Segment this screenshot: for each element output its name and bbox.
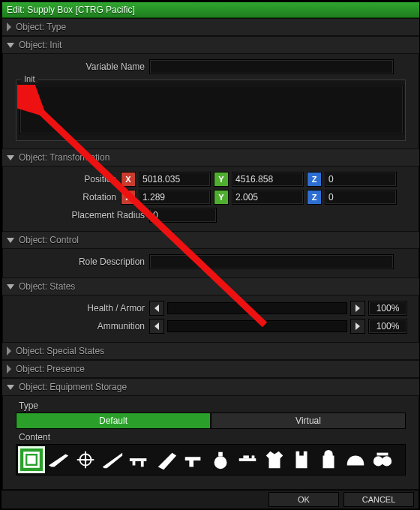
position-z-input[interactable] bbox=[325, 172, 397, 187]
scope-icon bbox=[74, 448, 97, 471]
section-header-states[interactable]: Object: States bbox=[2, 278, 419, 296]
rotation-z-input[interactable] bbox=[325, 190, 397, 205]
svg-rect-8 bbox=[130, 458, 147, 461]
section-equipment: Type Default Virtual Content bbox=[2, 396, 419, 482]
equipment-type-tabs: Default Virtual bbox=[16, 412, 406, 429]
equip-category-uniform[interactable] bbox=[261, 446, 288, 473]
svg-marker-2 bbox=[49, 454, 68, 467]
attachment-icon bbox=[236, 448, 259, 471]
axis-y-icon: Y bbox=[214, 172, 229, 187]
equip-category-rifle[interactable] bbox=[45, 446, 72, 473]
equip-category-helmet[interactable] bbox=[342, 446, 369, 473]
section-title: Object: Presence bbox=[16, 364, 85, 374]
tab-virtual[interactable]: Virtual bbox=[211, 412, 406, 429]
svg-marker-11 bbox=[158, 453, 176, 470]
variable-name-label: Variable Name bbox=[2, 62, 149, 72]
position-x-input[interactable] bbox=[139, 172, 211, 187]
section-header-transformation[interactable]: Object: Transformation bbox=[2, 148, 419, 166]
section-header-init[interactable]: Object: Init bbox=[2, 36, 419, 54]
grenade-icon bbox=[209, 448, 232, 471]
cancel-button[interactable]: CANCEL bbox=[344, 492, 414, 507]
svg-point-17 bbox=[374, 456, 383, 466]
section-control: Role Description bbox=[2, 249, 419, 278]
caret-down-icon bbox=[7, 385, 14, 390]
section-transformation: Position X Y Z Rotation X Y Z bbox=[2, 166, 419, 231]
equipment-type-label: Type bbox=[19, 400, 419, 411]
section-title: Object: Special States bbox=[16, 346, 104, 356]
svg-rect-16 bbox=[252, 455, 255, 458]
axis-y-icon: Y bbox=[214, 190, 229, 205]
section-title: Object: States bbox=[19, 281, 75, 292]
axis-x-icon: X bbox=[121, 190, 136, 205]
window-title: Edit: Supply Box [CTRG Pacific] bbox=[7, 4, 135, 15]
section-title: Object: Control bbox=[19, 235, 79, 245]
rotation-y-input[interactable] bbox=[232, 190, 304, 205]
ammo-bar[interactable] bbox=[167, 320, 347, 332]
equip-category-nvg[interactable] bbox=[369, 446, 396, 473]
backpack-icon bbox=[317, 448, 340, 471]
svg-rect-14 bbox=[239, 458, 256, 461]
equip-category-backpack[interactable] bbox=[315, 446, 342, 473]
section-header-equipment[interactable]: Object: Equipment Storage bbox=[2, 378, 419, 396]
svg-point-12 bbox=[214, 456, 227, 469]
section-header-special-states[interactable]: Object: Special States bbox=[2, 342, 419, 360]
tab-default[interactable]: Default bbox=[16, 412, 211, 429]
equip-category-machinegun[interactable] bbox=[126, 446, 153, 473]
triangle-right-icon bbox=[356, 322, 360, 330]
section-title: Object: Init bbox=[19, 40, 62, 50]
title-bar[interactable]: Edit: Supply Box [CTRG Pacific] bbox=[2, 2, 419, 18]
equip-category-grenade[interactable] bbox=[207, 446, 234, 473]
svg-point-18 bbox=[382, 456, 392, 466]
ammunition-label: Ammunition bbox=[2, 321, 149, 332]
ammo-value-input[interactable] bbox=[368, 319, 407, 334]
triangle-left-icon bbox=[154, 322, 159, 330]
equip-category-pistol[interactable] bbox=[180, 446, 207, 473]
rotation-xyz: X Y Z bbox=[121, 190, 397, 205]
init-legend: Init bbox=[21, 74, 38, 83]
svg-rect-19 bbox=[377, 453, 388, 456]
equip-category-attachment[interactable] bbox=[234, 446, 261, 473]
machinegun-icon bbox=[128, 448, 151, 471]
rotation-x-input[interactable] bbox=[139, 190, 211, 205]
equip-category-sniper[interactable] bbox=[99, 446, 126, 473]
health-slider bbox=[149, 301, 407, 316]
section-title: Object: Type bbox=[16, 22, 66, 32]
position-y-input[interactable] bbox=[232, 172, 304, 187]
svg-rect-10 bbox=[133, 461, 136, 466]
init-fieldset: Init bbox=[16, 80, 406, 141]
ammo-slider bbox=[149, 319, 407, 334]
section-init: Variable Name Init bbox=[2, 54, 419, 148]
role-description-input[interactable] bbox=[149, 254, 394, 269]
svg-rect-1 bbox=[27, 455, 35, 464]
axis-z-icon: Z bbox=[307, 172, 322, 187]
nvg-icon bbox=[371, 448, 394, 471]
health-label: Health / Armor bbox=[2, 303, 149, 314]
section-header-type[interactable]: Object: Type bbox=[2, 18, 419, 36]
editor-window: Edit: Supply Box [CTRG Pacific] Object: … bbox=[2, 2, 420, 490]
placement-radius-input[interactable] bbox=[149, 208, 217, 223]
caret-right-icon bbox=[7, 346, 11, 356]
uniform-icon bbox=[263, 448, 286, 471]
health-bar[interactable] bbox=[167, 302, 347, 314]
section-header-control[interactable]: Object: Control bbox=[2, 231, 419, 249]
axis-x-icon: X bbox=[121, 172, 136, 187]
role-description-label: Role Description bbox=[2, 256, 149, 267]
health-decrease-button[interactable] bbox=[149, 301, 164, 316]
position-label: Position bbox=[2, 174, 121, 184]
variable-name-input[interactable] bbox=[149, 59, 394, 74]
health-increase-button[interactable] bbox=[350, 301, 365, 316]
section-header-presence[interactable]: Object: Presence bbox=[2, 360, 419, 378]
window-body: Object: Type Object: Init Variable Name … bbox=[2, 18, 419, 490]
ok-button[interactable]: OK bbox=[268, 492, 339, 507]
equip-category-scope[interactable] bbox=[72, 446, 99, 473]
axis-z-icon: Z bbox=[307, 190, 322, 205]
ammo-decrease-button[interactable] bbox=[149, 319, 164, 334]
svg-rect-15 bbox=[243, 455, 249, 458]
health-value-input[interactable] bbox=[368, 301, 407, 316]
ammo-increase-button[interactable] bbox=[350, 319, 365, 334]
equip-category-crate[interactable] bbox=[18, 446, 45, 473]
init-textarea[interactable] bbox=[20, 85, 404, 134]
svg-marker-7 bbox=[103, 453, 122, 469]
equip-category-vest[interactable] bbox=[288, 446, 315, 473]
equip-category-launcher[interactable] bbox=[153, 446, 180, 473]
